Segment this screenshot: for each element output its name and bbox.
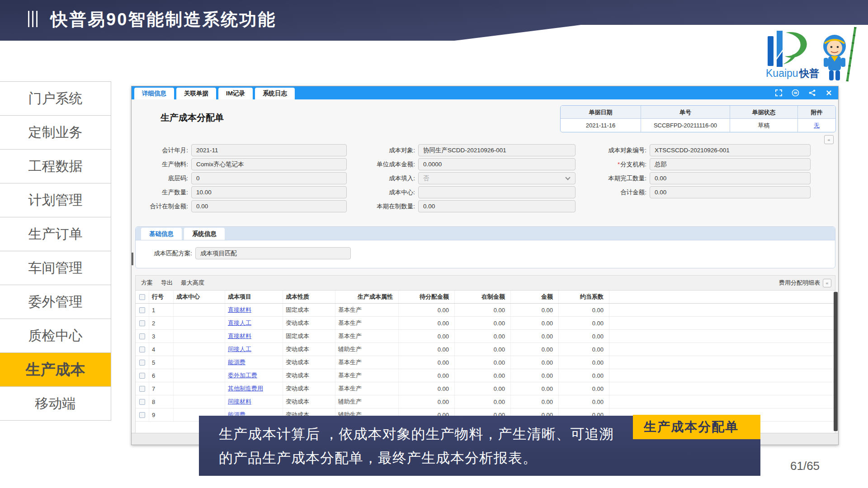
tab-系统日志[interactable]: 系统日志: [255, 88, 295, 99]
subtab-基础信息[interactable]: 基础信息: [141, 228, 182, 240]
cost-match-input[interactable]: 成本项目匹配: [195, 247, 351, 259]
sidebar-item-生产订单[interactable]: 生产订单: [0, 217, 111, 251]
cell-coefficient: 0.00: [559, 330, 609, 343]
grid-body: 1直接材料固定成本基本生产0.000.000.000.002直接人工变动成本基本…: [136, 304, 835, 422]
im-icon[interactable]: IM: [792, 89, 799, 97]
field-label: 底层码:: [141, 172, 191, 184]
cell-pending-amount: 0.00: [399, 343, 455, 356]
sidebar-item-门户系统[interactable]: 门户系统: [0, 82, 111, 116]
tab-关联单据[interactable]: 关联单据: [176, 88, 216, 99]
toolbar-最大高度[interactable]: 最大高度: [181, 279, 204, 287]
cell-cost-item-link[interactable]: 委外加工费: [225, 369, 283, 382]
caption-line-2: 的产品生产成本分配单，最终产生成本分析报表。: [219, 446, 760, 470]
sidebar-item-委外管理[interactable]: 委外管理: [0, 285, 111, 319]
left-panel-handle[interactable]: [132, 253, 133, 265]
cell-cost-item-link[interactable]: 直接人工: [225, 317, 283, 329]
form-field: 成本对象:协同生产SCDD-20210926-001: [363, 144, 576, 156]
field-label: 合计金额:: [594, 186, 650, 198]
share-icon[interactable]: [808, 89, 816, 97]
row-checkbox[interactable]: [139, 307, 145, 313]
field-input[interactable]: [418, 186, 576, 198]
cell-pending-amount: 0.00: [399, 356, 455, 369]
cell-cost-center: [174, 395, 225, 408]
field-input[interactable]: 协同生产SCDD-20210926-001: [418, 144, 576, 156]
sidebar-item-定制业务[interactable]: 定制业务: [0, 116, 111, 150]
row-checkbox[interactable]: [139, 386, 145, 392]
cell-production-attr: 辅助生产: [335, 343, 399, 356]
cell-cost-item-link[interactable]: 间接人工: [225, 343, 283, 356]
cell-coefficient: 0.00: [559, 343, 609, 356]
row-checkbox[interactable]: [139, 360, 145, 366]
field-input[interactable]: 0.00: [650, 186, 811, 198]
row-checkbox[interactable]: [139, 399, 145, 405]
cost-match-label: 成本匹配方案:: [145, 247, 195, 259]
sidebar-item-质检中心[interactable]: 质检中心: [0, 319, 111, 353]
cell-cost-center: [174, 369, 225, 382]
field-input[interactable]: 0.00: [191, 200, 347, 212]
row-checkbox[interactable]: [139, 333, 145, 339]
cell-amount: 0.00: [511, 304, 559, 316]
close-icon[interactable]: [825, 89, 833, 97]
subtab-系统信息[interactable]: 系统信息: [184, 228, 225, 240]
toolbar-导出[interactable]: 导出: [161, 279, 173, 287]
tab-详细信息[interactable]: 详细信息: [134, 88, 174, 99]
cell-pending-amount: 0.00: [399, 382, 455, 395]
attachment-link[interactable]: 无: [814, 122, 820, 129]
cell-cost-nature: 变动成本: [283, 343, 335, 356]
cell-filler: [609, 330, 835, 343]
cell-wip-amount: 0.00: [455, 317, 511, 329]
cell-filler: [609, 395, 835, 408]
select-all-checkbox[interactable]: [139, 294, 145, 300]
field-input[interactable]: 0.0000: [418, 158, 576, 170]
field-input[interactable]: Comix齐心笔记本: [191, 158, 347, 170]
grid-col-生产成本属性: 生产成本属性: [335, 291, 399, 303]
fullscreen-icon[interactable]: [775, 89, 783, 97]
sidebar-item-工程数据[interactable]: 工程数据: [0, 150, 111, 183]
cell-cost-item-link[interactable]: 直接材料: [225, 330, 283, 343]
cell-wip-amount: 0.00: [455, 369, 511, 382]
row-checkbox[interactable]: [139, 373, 145, 379]
field-input[interactable]: 0: [191, 172, 347, 184]
sidebar-item-车间管理[interactable]: 车间管理: [0, 251, 111, 285]
cell-cost-nature: 变动成本: [283, 317, 335, 329]
header-col-单据状态: 单据状态: [730, 106, 798, 119]
cell-cost-center: [174, 317, 225, 329]
cell-filler: [609, 317, 835, 329]
row-checkbox-cell: [136, 330, 149, 343]
field-input[interactable]: 总部: [650, 158, 811, 170]
form-field: 单位成本金额:0.0000: [363, 158, 576, 170]
caption-badge: 生产成本分配单: [633, 415, 760, 439]
row-checkbox[interactable]: [139, 347, 145, 352]
field-input[interactable]: 0.00: [418, 200, 576, 212]
tab-IM记录[interactable]: IM记录: [218, 88, 253, 99]
field-input[interactable]: 2021-11: [191, 144, 347, 156]
cell-row-number: 3: [149, 330, 174, 343]
cell-production-attr: 基本生产: [335, 369, 399, 382]
row-checkbox-cell: [136, 356, 149, 369]
cell-cost-item-link[interactable]: 直接材料: [225, 304, 283, 316]
sidebar-item-计划管理[interactable]: 计划管理: [0, 183, 111, 217]
window-controls: IM: [775, 86, 833, 99]
row-checkbox[interactable]: [139, 412, 145, 418]
header-col-附件: 附件: [798, 106, 835, 119]
sidebar-item-移动端[interactable]: 移动端: [0, 387, 111, 421]
form-field: 生产物料:Comix齐心笔记本: [141, 158, 347, 170]
field-input[interactable]: 0.00: [650, 172, 811, 184]
field-input[interactable]: 否: [418, 172, 576, 184]
field-input[interactable]: 10.00: [191, 186, 347, 198]
grid-col-成本中心: 成本中心: [174, 291, 225, 303]
toolbar-方案[interactable]: 方案: [141, 279, 153, 287]
cell-cost-nature: 变动成本: [283, 369, 335, 382]
collapse-grid-button[interactable]: «: [823, 279, 831, 287]
field-input[interactable]: XTSCSCDD-20210926-001: [650, 144, 811, 156]
cell-cost-item-link[interactable]: 其他制造费用: [225, 382, 283, 395]
row-checkbox[interactable]: [139, 320, 145, 326]
sidebar-item-生产成本[interactable]: 生产成本: [0, 353, 111, 387]
header-table-columns: 单据日期单号单据状态附件: [561, 106, 835, 119]
cell-cost-item-link[interactable]: 间接材料: [225, 395, 283, 408]
header-value-0: 2021-11-16: [561, 119, 641, 132]
collapse-header-button[interactable]: «: [824, 135, 834, 144]
cell-cost-item-link[interactable]: 能源费: [225, 356, 283, 369]
vertical-scrollbar[interactable]: [834, 292, 838, 431]
cell-pending-amount: 0.00: [399, 304, 455, 316]
